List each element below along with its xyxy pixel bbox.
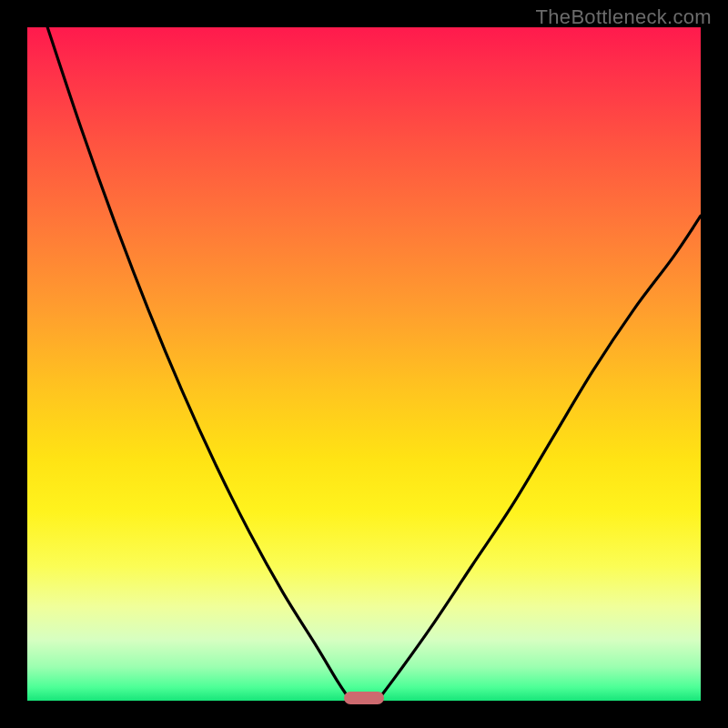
plot-area (27, 27, 701, 701)
bottleneck-marker (344, 692, 384, 704)
watermark-text: TheBottleneck.com (536, 5, 712, 29)
chart-frame: TheBottleneck.com (0, 0, 728, 728)
bottleneck-curve (27, 27, 701, 701)
